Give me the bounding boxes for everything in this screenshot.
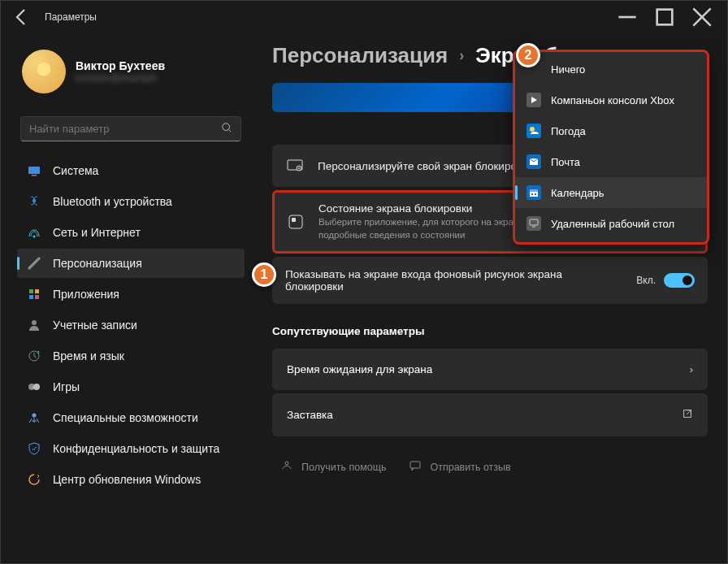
- link-label: Заставка: [287, 409, 333, 421]
- sidebar-item-1[interactable]: Bluetooth и устройства: [17, 187, 245, 216]
- nav-icon: [27, 410, 41, 425]
- dropdown-item-5[interactable]: Удаленный рабочий стол: [515, 208, 707, 239]
- screensaver-row[interactable]: Заставка: [272, 393, 708, 436]
- nav-label: Специальные возможности: [53, 411, 198, 424]
- svg-rect-2: [28, 167, 40, 174]
- dropdown-item-4[interactable]: Календарь: [515, 177, 707, 208]
- chevron-right-icon: ›: [690, 363, 693, 375]
- helpers: Получить помощь Отправить отзыв: [272, 459, 708, 475]
- dropdown-label: Календарь: [551, 187, 604, 199]
- feedback-icon: [409, 459, 422, 475]
- svg-point-22: [285, 462, 288, 465]
- titlebar: Параметры: [1, 1, 727, 33]
- feedback-link[interactable]: Отправить отзыв: [409, 459, 510, 475]
- background-title: Показывать на экране входа фоновый рисун…: [285, 268, 623, 293]
- svg-rect-9: [35, 295, 39, 299]
- dropdown-label: Компаньон консоли Xbox: [551, 94, 674, 106]
- app-icon: [526, 93, 541, 107]
- toggle-label: Вкл.: [636, 275, 656, 286]
- chevron-right-icon: ›: [459, 47, 464, 64]
- dropdown-item-1[interactable]: Компаньон консоли Xbox: [515, 85, 707, 115]
- close-button[interactable]: [683, 4, 721, 30]
- monitor-icon: [285, 156, 305, 176]
- sidebar: Виктор Бухтеев buhteev@example СистемаBl…: [1, 33, 253, 563]
- sidebar-item-0[interactable]: Система: [17, 156, 245, 185]
- maximize-button[interactable]: [646, 4, 683, 30]
- nav-icon: [27, 380, 41, 394]
- nav-icon: [27, 163, 41, 178]
- svg-rect-7: [35, 289, 39, 293]
- nav-label: Учетные записи: [53, 319, 137, 332]
- annotation-marker-2: 2: [516, 43, 540, 67]
- breadcrumb-parent[interactable]: Персонализация: [272, 43, 448, 68]
- dropdown-item-3[interactable]: Почта: [515, 146, 707, 177]
- widget-icon: [286, 212, 306, 232]
- external-link-icon: [682, 408, 693, 422]
- svg-point-5: [33, 236, 36, 238]
- app-title: Параметры: [45, 11, 609, 23]
- dropdown-label: Почта: [551, 156, 580, 168]
- get-help-link[interactable]: Получить помощь: [280, 459, 386, 475]
- related-header: Сопутствующие параметры: [272, 325, 708, 337]
- nav-icon: [27, 441, 41, 456]
- nav-icon: [27, 472, 41, 487]
- sidebar-item-10[interactable]: Центр обновления Windows: [17, 465, 245, 494]
- link-label: Время ожидания для экрана: [287, 363, 432, 375]
- svg-point-4: [32, 199, 36, 202]
- svg-rect-31: [530, 189, 538, 192]
- sidebar-item-6[interactable]: Время и язык: [17, 341, 245, 371]
- svg-rect-34: [526, 216, 541, 231]
- app-icon: [526, 185, 541, 200]
- user-email: buhteev@example: [76, 72, 165, 84]
- nav-label: Система: [53, 164, 98, 177]
- dropdown-item-0[interactable]: Ничего: [515, 54, 707, 85]
- nav-label: Bluetooth и устройства: [53, 195, 172, 208]
- app-icon: [526, 216, 541, 231]
- nav-label: Игры: [53, 380, 80, 393]
- user-name: Виктор Бухтеев: [76, 59, 165, 72]
- app-chooser-dropdown[interactable]: НичегоКомпаньон консоли XboxПогодаПочтаК…: [513, 50, 709, 245]
- app-icon: [526, 154, 541, 169]
- sidebar-item-9[interactable]: Конфиденциальность и защита: [17, 434, 245, 463]
- nav-label: Время и язык: [53, 349, 124, 362]
- app-icon: [526, 124, 541, 138]
- sidebar-item-3[interactable]: Персонализация: [17, 249, 245, 278]
- nav-icon: [27, 256, 41, 271]
- background-toggle[interactable]: [664, 273, 695, 288]
- svg-rect-0: [657, 10, 673, 25]
- svg-rect-3: [32, 175, 37, 176]
- dropdown-label: Ничего: [551, 63, 585, 76]
- nav-icon: [27, 349, 41, 363]
- screen-timeout-row[interactable]: Время ожидания для экрана ›: [272, 349, 708, 390]
- minimize-button[interactable]: [609, 4, 646, 30]
- nav-label: Конфиденциальность и защита: [53, 442, 219, 455]
- avatar: [22, 50, 66, 93]
- sidebar-item-8[interactable]: Специальные возможности: [17, 403, 245, 432]
- svg-point-13: [33, 384, 40, 390]
- sidebar-item-2[interactable]: Сеть и Интернет: [17, 218, 245, 247]
- sidebar-item-7[interactable]: Игры: [17, 372, 245, 401]
- nav-label: Сеть и Интернет: [53, 226, 141, 239]
- back-button[interactable]: [12, 7, 32, 27]
- sidebar-item-4[interactable]: Приложения: [17, 280, 245, 309]
- search-box[interactable]: [20, 116, 241, 141]
- annotation-marker-1: 1: [252, 262, 276, 287]
- user-block[interactable]: Виктор Бухтеев buhteev@example: [17, 33, 245, 103]
- sidebar-item-5[interactable]: Учетные записи: [17, 310, 245, 340]
- nav-label: Центр обновления Windows: [53, 473, 201, 486]
- svg-point-15: [32, 387, 33, 388]
- svg-rect-19: [289, 215, 302, 228]
- nav-icon: [27, 225, 41, 240]
- nav-icon: [27, 318, 41, 332]
- nav-label: Приложения: [53, 288, 119, 301]
- svg-point-1: [223, 124, 230, 131]
- svg-rect-20: [292, 218, 296, 222]
- dropdown-item-2[interactable]: Погода: [515, 115, 707, 146]
- svg-point-26: [530, 127, 535, 132]
- nav-icon: [27, 287, 41, 302]
- search-input[interactable]: [29, 123, 221, 135]
- svg-rect-32: [531, 193, 533, 195]
- nav-icon: [27, 194, 41, 209]
- svg-rect-23: [410, 462, 420, 468]
- dropdown-label: Погода: [551, 125, 586, 137]
